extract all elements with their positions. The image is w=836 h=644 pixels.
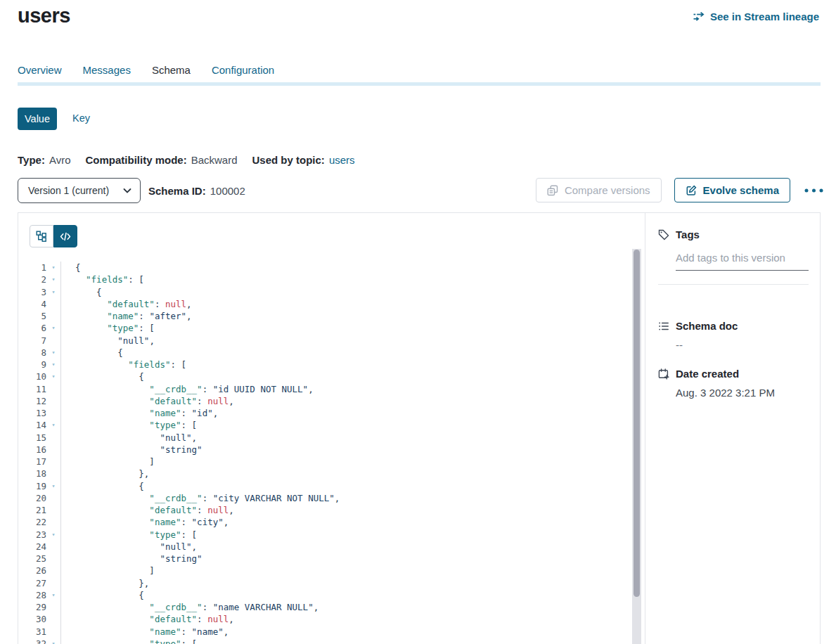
fold-toggle-icon[interactable]: ▾ — [46, 529, 60, 541]
code-text: "null", — [61, 541, 197, 553]
version-row: Version 1 (current) Schema ID: 100002 — [18, 178, 245, 203]
tag-icon — [658, 229, 669, 240]
line-number: 7 — [18, 335, 46, 347]
code-text: ] — [61, 565, 155, 577]
code-line: 28▾ { — [18, 589, 629, 601]
key-toggle-button[interactable]: Key — [72, 112, 90, 124]
details-sidebar: Tags — [645, 213, 820, 644]
version-select[interactable]: Version 1 (current) — [18, 178, 141, 203]
line-number: 10 — [18, 371, 46, 382]
tab-messages[interactable]: Messages — [83, 64, 131, 76]
code-text: "null", — [61, 335, 155, 347]
fold-toggle-icon[interactable]: ▾ — [46, 322, 60, 334]
code-text: "fields": [ — [61, 273, 144, 285]
evolve-schema-button[interactable]: Evolve schema — [674, 178, 790, 202]
tab-schema[interactable]: Schema — [152, 64, 191, 76]
code-line: 27 }, — [18, 577, 629, 589]
sidebar-divider — [658, 284, 809, 285]
line-number: 27 — [18, 577, 46, 589]
compare-versions-button[interactable]: Compare versions — [536, 178, 662, 202]
fold-spacer — [46, 298, 60, 310]
code-line: 12 "default": null, — [18, 395, 629, 407]
code-line: 29 "__crdb__": "name VARCHAR NULL", — [18, 601, 629, 613]
value-toggle-button[interactable]: Value — [18, 108, 57, 130]
line-number: 5 — [18, 310, 46, 322]
fold-toggle-icon[interactable]: ▾ — [46, 262, 60, 273]
fold-toggle-icon[interactable]: ▾ — [46, 419, 60, 431]
schema-page: users See in Stream lineage Overview Mes… — [0, 0, 836, 644]
code-line: 32▾ "type": [ — [18, 638, 629, 644]
fold-toggle-icon[interactable]: ▾ — [46, 286, 60, 298]
code-line: 30 "default": null, — [18, 613, 629, 625]
line-number: 14 — [18, 419, 46, 431]
line-number: 9 — [18, 359, 46, 371]
tree-view-button[interactable] — [30, 225, 53, 247]
fold-toggle-icon[interactable]: ▾ — [46, 359, 60, 371]
schema-panel: 1▾{2▾ "fields": [3▾ {4 "default": null,5… — [18, 212, 821, 644]
fold-spacer — [46, 504, 60, 516]
code-text: "null", — [61, 432, 197, 444]
code-line: 20 "__crdb__": "city VARCHAR NOT NULL", — [18, 492, 629, 504]
fold-spacer — [46, 613, 60, 625]
used-by-topic-label: Used by topic: — [252, 154, 325, 166]
stream-lineage-link[interactable]: See in Stream lineage — [693, 11, 819, 22]
line-number: 21 — [18, 504, 46, 516]
code-text: "name": "city", — [61, 516, 229, 528]
fold-toggle-icon[interactable]: ▾ — [46, 273, 60, 285]
fold-toggle-icon[interactable]: ▾ — [46, 638, 60, 644]
code-text: { — [61, 347, 123, 359]
tab-overview[interactable]: Overview — [18, 64, 62, 76]
code-view-icon — [60, 231, 71, 242]
code-text: "name": "after", — [61, 310, 192, 322]
line-number: 12 — [18, 395, 46, 407]
page-title: users — [18, 4, 70, 27]
chevron-down-icon — [123, 188, 131, 194]
line-number: 30 — [18, 613, 46, 625]
code-text: "name": "name", — [61, 626, 229, 638]
tab-configuration[interactable]: Configuration — [212, 64, 274, 76]
fold-spacer — [46, 444, 60, 456]
code-pane: 1▾{2▾ "fields": [3▾ {4 "default": null,5… — [18, 213, 645, 644]
fold-toggle-icon[interactable]: ▾ — [46, 589, 60, 601]
code-text: "__crdb__": "name VARCHAR NULL", — [61, 601, 319, 613]
code-line: 16 "string" — [18, 444, 629, 456]
type-label: Type: — [18, 154, 45, 166]
fold-toggle-icon[interactable]: ▾ — [46, 347, 60, 359]
code-scrollbar-track[interactable] — [632, 249, 641, 644]
schema-id-value: 100002 — [210, 185, 245, 197]
code-line: 13 "name": "id", — [18, 407, 629, 419]
code-line: 2▾ "fields": [ — [18, 273, 629, 285]
code-text: }, — [61, 577, 149, 589]
code-text: "__crdb__": "city VARCHAR NOT NULL", — [61, 492, 340, 504]
fold-toggle-icon[interactable]: ▾ — [46, 371, 60, 382]
code-line: 4 "default": null, — [18, 298, 629, 310]
code-text: { — [61, 371, 144, 382]
fold-spacer — [46, 492, 60, 504]
code-line: 14▾ "type": [ — [18, 419, 629, 431]
type-value: Avro — [49, 154, 71, 166]
code-text: "type": [ — [61, 529, 197, 541]
line-number: 23 — [18, 529, 46, 541]
line-number: 29 — [18, 601, 46, 613]
schema-doc-value: -- — [676, 339, 809, 351]
code-view-button[interactable] — [53, 225, 77, 247]
more-options-button[interactable] — [803, 186, 825, 195]
code-line: 15 "null", — [18, 432, 629, 444]
code-line: 25 "string" — [18, 553, 629, 565]
add-tags-input[interactable] — [676, 252, 809, 271]
code-text: "fields": [ — [61, 359, 186, 371]
code-line: 5 "name": "after", — [18, 310, 629, 322]
date-created-section: Date created Aug. 3 2022 3:21 PM — [658, 368, 809, 399]
fold-toggle-icon[interactable]: ▾ — [46, 480, 60, 492]
code-line: 21 "default": null, — [18, 504, 629, 516]
line-number: 18 — [18, 468, 46, 479]
fold-spacer — [46, 601, 60, 613]
line-number: 11 — [18, 383, 46, 395]
code-scrollbar-thumb[interactable] — [634, 250, 640, 597]
topic-link[interactable]: users — [329, 154, 355, 166]
code-line: 22 "name": "city", — [18, 516, 629, 528]
schema-actions: Compare versions Evolve schema — [536, 178, 825, 202]
code-line: 11 "__crdb__": "id UUID NOT NULL", — [18, 383, 629, 395]
fold-spacer — [46, 395, 60, 407]
line-number: 20 — [18, 492, 46, 504]
